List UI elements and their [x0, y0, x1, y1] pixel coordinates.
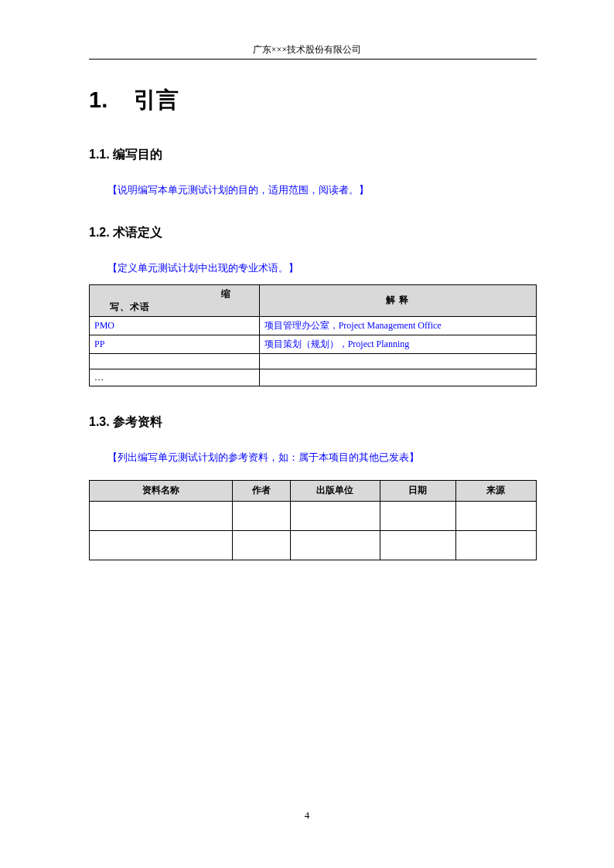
- ref-header-name: 资料名称: [90, 480, 233, 501]
- heading-1-3-number: 1.3.: [89, 415, 110, 428]
- table-row: PMO 项目管理办公室，Project Management Office: [90, 316, 537, 335]
- desc-cell: 项目策划（规划），Project Planning: [259, 335, 536, 353]
- ref-header-source: 来源: [455, 480, 536, 501]
- ref-cell: [455, 530, 536, 560]
- ref-cell: [291, 530, 380, 560]
- table-row: [90, 501, 537, 530]
- heading-1-3: 1.3. 参考资料: [89, 414, 537, 431]
- table-header-desc: 解 释: [259, 285, 536, 317]
- ref-cell: [380, 501, 455, 530]
- reference-table: 资料名称 作者 出版单位 日期 来源: [89, 480, 537, 560]
- ref-cell: [380, 530, 455, 560]
- header-divider: [89, 59, 537, 60]
- heading-1-2-title: 术语定义: [113, 226, 162, 239]
- document-content: 1. 引言 1.1. 编写目的 【说明编写本单元测试计划的目的，适用范围，阅读者…: [89, 85, 537, 560]
- ref-header-author: 作者: [232, 480, 290, 501]
- heading-1-title: 引言: [134, 87, 179, 112]
- table-header-row: 资料名称 作者 出版单位 日期 来源: [90, 480, 537, 501]
- ref-cell: [90, 530, 233, 560]
- ref-cell: [455, 501, 536, 530]
- ref-cell: [232, 530, 290, 560]
- ref-cell: [291, 501, 380, 530]
- term-cell: PMO: [90, 316, 260, 335]
- heading-1: 1. 引言: [89, 85, 537, 116]
- page-header: 广东×××技术股份有限公司: [0, 43, 614, 56]
- ref-cell: [90, 501, 233, 530]
- table-row: PP 项目策划（规划），Project Planning: [90, 335, 537, 353]
- desc-cell: 项目管理办公室，Project Management Office: [259, 316, 536, 335]
- table-row: …: [90, 369, 537, 386]
- desc-cell: [259, 353, 536, 369]
- ref-cell: [232, 501, 290, 530]
- heading-1-3-title: 参考资料: [113, 415, 162, 428]
- term-cell: …: [90, 369, 260, 386]
- ref-header-publisher: 出版单位: [291, 480, 380, 501]
- note-1-3: 【列出编写单元测试计划的参考资料，如：属于本项目的其他已发表】: [107, 451, 537, 465]
- terminology-table: 缩 写、术语 解 释 PMO 项目管理办公室，Project Managemen…: [89, 284, 537, 386]
- heading-1-2-number: 1.2.: [89, 226, 110, 239]
- term-cell: PP: [90, 335, 260, 353]
- table-header-term: 缩 写、术语: [90, 285, 260, 317]
- heading-1-2: 1.2. 术语定义: [89, 225, 537, 241]
- heading-1-1-title: 编写目的: [113, 148, 162, 161]
- table-row: [90, 353, 537, 369]
- heading-1-number: 1.: [89, 87, 128, 113]
- table-header-row: 缩 写、术语 解 释: [90, 285, 537, 317]
- note-1-2: 【定义单元测试计划中出现的专业术语。】: [107, 261, 537, 275]
- page-number: 4: [0, 809, 614, 822]
- heading-1-1: 1.1. 编写目的: [89, 147, 537, 163]
- ref-header-date: 日期: [380, 480, 455, 501]
- note-1-1: 【说明编写本单元测试计划的目的，适用范围，阅读者。】: [107, 183, 537, 197]
- term-cell: [90, 353, 260, 369]
- heading-1-1-number: 1.1.: [89, 148, 110, 161]
- company-name: 广东×××技术股份有限公司: [253, 44, 361, 55]
- table-row: [90, 530, 537, 560]
- desc-cell: [259, 369, 536, 386]
